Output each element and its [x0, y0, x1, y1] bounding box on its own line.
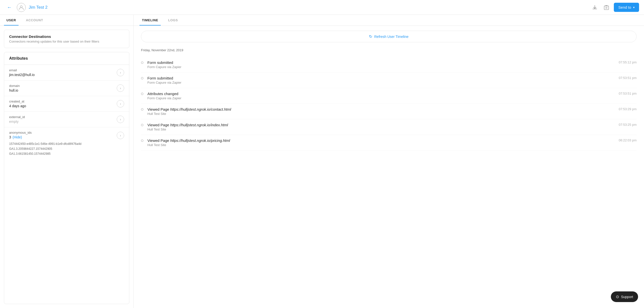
tab-logs[interactable]: LOGS	[166, 15, 180, 26]
timeline-body: Attributes changed Form Capure via Zapie…	[148, 92, 615, 100]
timeline-time: 07:53:25 pm	[619, 123, 636, 127]
timeline-content: ↻ Refresh User Timeline Friday, November…	[134, 26, 644, 308]
svg-rect-1	[604, 6, 609, 10]
user-name: Jim Test 2	[29, 5, 48, 10]
attr-anonymous-ids-sub: 1574442450-e485c1e1-546e-4991-b1e9-dfcd8…	[9, 141, 124, 155]
viewed-page-label: Viewed Page	[148, 138, 169, 143]
attribute-row-created-at: created_at 4 days ago ›	[4, 96, 129, 112]
send-to-label: Send to	[618, 5, 631, 10]
timeline-body: Form submitted Form Capure via Zapier	[148, 76, 615, 84]
attribute-row-external-id: external_id empty ›	[4, 112, 129, 127]
attr-external-id-content: external_id empty	[9, 115, 25, 124]
timeline-dot	[141, 124, 144, 126]
timeline-dot	[141, 93, 144, 95]
back-icon: ←	[7, 5, 12, 10]
right-panel: TIMELINE LOGS ↻ Refresh User Timeline Fr…	[134, 15, 644, 308]
timeline-time: 07:53:51 pm	[619, 76, 636, 80]
timeline-event: Attributes changed	[148, 92, 615, 96]
attr-email-value: jim.test2@hull.io	[9, 73, 34, 77]
timeline-source: Hull Test Site	[148, 143, 615, 147]
attr-domain-key: domain	[9, 84, 20, 88]
attr-email-content: email jim.test2@hull.io	[9, 68, 34, 77]
timeline-dot	[141, 77, 144, 80]
timeline-event: Viewed Page https://hulljstest.ngrok.io/…	[148, 138, 615, 143]
header-right: Send to ▾	[590, 3, 639, 12]
timeline-item: Viewed Page https://hulljstest.ngrok.io/…	[141, 135, 636, 151]
timeline-item: Viewed Page https://hulljstest.ngrok.io/…	[141, 119, 636, 135]
timeline-body: Viewed Page https://hulljstest.ngrok.io/…	[148, 138, 615, 147]
attr-external-id-expand[interactable]: ›	[117, 116, 124, 123]
refresh-timeline-button[interactable]: ↻ Refresh User Timeline	[141, 31, 636, 42]
timeline-time: 07:53:29 pm	[619, 107, 636, 111]
timeline-event: Form submitted	[148, 76, 615, 80]
attr-email-expand[interactable]: ›	[117, 69, 124, 76]
tab-timeline[interactable]: TIMELINE	[140, 15, 161, 26]
main-layout: USER ACCOUNT Connector Destinations Conn…	[0, 15, 644, 308]
back-button[interactable]: ←	[5, 4, 14, 11]
viewed-page-label: Viewed Page	[148, 123, 169, 127]
svg-point-0	[20, 6, 22, 8]
connector-title: Connector Destinations	[9, 35, 124, 39]
attr-external-id-key: external_id	[9, 115, 25, 119]
timeline-source: Hull Test Site	[148, 128, 615, 131]
attribute-row-email: email jim.test2@hull.io ›	[4, 65, 129, 81]
connector-subtitle: Connectors receiving updates for this us…	[9, 40, 124, 43]
attr-anonymous-ids-hide[interactable]: (Hide)	[12, 135, 22, 139]
tab-account[interactable]: ACCOUNT	[24, 15, 46, 26]
timeline-body: Form submitted Form Capure via Zapier	[148, 60, 615, 69]
timeline-body: Viewed Page https://hulljstest.ngrok.io/…	[148, 123, 615, 131]
timeline-time: 07:53:51 pm	[619, 92, 636, 95]
viewed-page-url: https://hulljstest.ngrok.io/contact.html	[170, 107, 231, 111]
attr-domain-content: domain hull.io	[9, 84, 20, 92]
timeline-dot	[141, 61, 144, 64]
top-header: ← Jim Test 2 Send to ▾	[0, 0, 644, 15]
attr-domain-value: hull.io	[9, 88, 20, 92]
delete-button[interactable]	[602, 3, 610, 12]
refresh-label: Refresh User Timeline	[374, 35, 408, 39]
attr-anonymous-ids-key: anonymous_ids	[9, 131, 32, 134]
attr-created-at-expand[interactable]: ›	[117, 100, 124, 107]
attr-anonymous-ids-content: anonymous_ids 3 (Hide)	[9, 131, 32, 139]
right-tabs: TIMELINE LOGS	[134, 15, 644, 26]
left-panel: USER ACCOUNT Connector Destinations Conn…	[0, 15, 134, 308]
viewed-page-label: Viewed Page	[148, 107, 169, 111]
attr-created-at-key: created_at	[9, 100, 26, 103]
viewed-page-url: https://hulljstest.ngrok.io/pricing.html	[170, 138, 230, 143]
attr-external-id-value: empty	[9, 120, 25, 124]
download-button[interactable]	[590, 3, 599, 12]
support-icon: ⊙	[616, 294, 619, 299]
attributes-section: Attributes email jim.test2@hull.io › dom…	[4, 52, 129, 304]
left-tabs: USER ACCOUNT	[0, 15, 133, 26]
timeline-dot	[141, 108, 144, 111]
timeline-list: Form submitted Form Capure via Zapier 07…	[141, 57, 636, 151]
timeline-source: Form Capure via Zapier	[148, 65, 615, 69]
timeline-event: Form submitted	[148, 60, 615, 65]
connector-destinations-card: Connector Destinations Connectors receiv…	[4, 30, 129, 48]
tab-user[interactable]: USER	[4, 15, 18, 26]
timeline-source: Hull Test Site	[148, 112, 615, 116]
header-left: ← Jim Test 2	[5, 3, 48, 12]
refresh-icon: ↻	[369, 34, 372, 39]
support-label: Support	[621, 295, 633, 299]
avatar	[17, 3, 26, 12]
send-to-button[interactable]: Send to ▾	[614, 3, 639, 12]
timeline-item: Form submitted Form Capure via Zapier 07…	[141, 73, 636, 88]
attr-domain-expand[interactable]: ›	[117, 84, 124, 92]
timeline-dot	[141, 139, 144, 142]
attribute-row-domain: domain hull.io ›	[4, 81, 129, 96]
attribute-row-anonymous-ids: anonymous_ids 3 (Hide) › 1574442450-e485…	[4, 127, 129, 159]
attributes-header: Attributes	[4, 52, 129, 65]
timeline-time: 07:55:12 pm	[619, 60, 636, 64]
date-label: Friday, November 22nd, 2019	[141, 48, 636, 52]
timeline-body: Viewed Page https://hulljstest.ngrok.io/…	[148, 107, 615, 116]
viewed-page-url: https://hulljstest.ngrok.io/index.html	[170, 123, 228, 127]
support-button[interactable]: ⊙ Support	[611, 291, 638, 302]
attr-created-at-content: created_at 4 days ago	[9, 100, 26, 108]
attr-anonymous-id-3: GA1.3.661581450.1574442985	[9, 152, 124, 155]
timeline-item: Form submitted Form Capure via Zapier 07…	[141, 57, 636, 73]
chevron-down-icon: ▾	[633, 6, 634, 9]
attr-anonymous-ids-expand[interactable]: ›	[117, 132, 124, 139]
timeline-item: Attributes changed Form Capure via Zapie…	[141, 88, 636, 104]
timeline-item: Viewed Page https://hulljstest.ngrok.io/…	[141, 104, 636, 119]
attr-anonymous-ids-count: 3	[9, 135, 11, 139]
